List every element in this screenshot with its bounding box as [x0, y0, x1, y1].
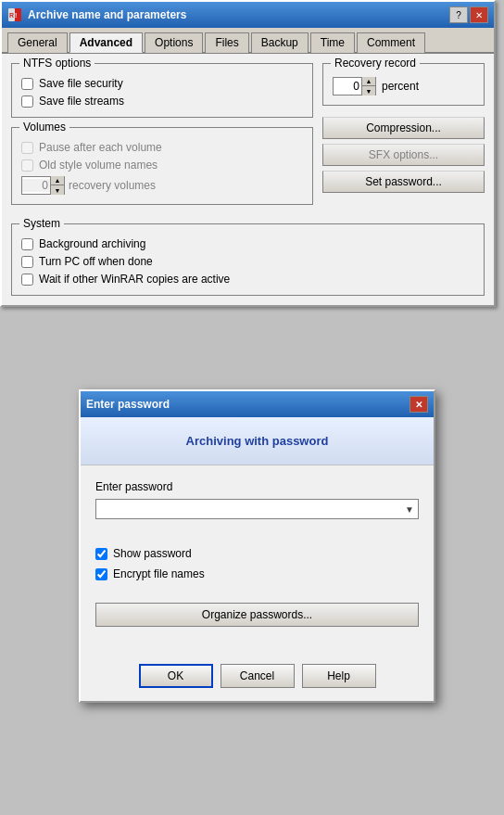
- recovery-volumes-spin-buttons: ▲ ▼: [50, 176, 64, 195]
- tab-comment[interactable]: Comment: [357, 32, 425, 53]
- dropdown-arrow-icon[interactable]: ▼: [405, 504, 414, 515]
- background-archiving-label: Background archiving: [39, 237, 145, 250]
- password-dialog: Enter password ✕ Archiving with password…: [79, 389, 435, 703]
- recovery-record-spin-buttons: ▲ ▼: [361, 77, 375, 96]
- tab-files[interactable]: Files: [205, 32, 248, 53]
- encrypt-file-names-row: Encrypt file names: [95, 567, 419, 580]
- organize-passwords-button[interactable]: Organize passwords...: [95, 603, 419, 627]
- compression-button[interactable]: Compression...: [322, 117, 485, 139]
- tab-time[interactable]: Time: [310, 32, 355, 53]
- tab-content: NTFS options Save file security Save fil…: [2, 54, 494, 305]
- svg-text:R: R: [9, 12, 14, 19]
- dialog-header: Archiving with password: [81, 417, 434, 465]
- recovery-record-label: Recovery record: [331, 57, 420, 70]
- password-input-row: ▼: [95, 499, 419, 519]
- recovery-record-spin-up[interactable]: ▲: [362, 77, 375, 86]
- encrypt-file-names-label: Encrypt file names: [113, 567, 205, 580]
- wait-if-other-label: Wait if other WinRAR copies are active: [39, 273, 230, 286]
- pause-after-volume-label: Pause after each volume: [39, 141, 162, 154]
- main-title-bar: R ! Archive name and parameters ? ✕: [2, 2, 494, 28]
- volumes-group-label: Volumes: [19, 121, 69, 134]
- recovery-record-spinner: 0 ▲ ▼: [333, 77, 376, 96]
- turn-pc-off-row: Turn PC off when done: [21, 255, 474, 268]
- help-dialog-button[interactable]: Help: [302, 664, 376, 688]
- spacer: [95, 519, 419, 547]
- save-file-security-row: Save file security: [21, 77, 303, 90]
- system-group: System Background archiving Turn PC off …: [11, 223, 485, 296]
- save-file-streams-label: Save file streams: [39, 95, 124, 108]
- show-password-checkbox[interactable]: [95, 548, 107, 560]
- tab-options[interactable]: Options: [145, 32, 203, 53]
- recovery-volumes-spin-up[interactable]: ▲: [51, 176, 64, 185]
- top-section: NTFS options Save file security Save fil…: [11, 63, 485, 214]
- dialog-body: Enter password ▼ Show password Encrypt f…: [81, 465, 434, 656]
- save-file-security-label: Save file security: [39, 77, 123, 90]
- recovery-record-group: Recovery record 0 ▲ ▼ percent: [322, 63, 485, 106]
- turn-pc-off-label: Turn PC off when done: [39, 255, 153, 268]
- wait-if-other-checkbox[interactable]: [21, 274, 33, 286]
- recovery-volumes-spinner: ▲ ▼: [21, 176, 65, 195]
- pause-after-volume-checkbox[interactable]: [21, 142, 33, 154]
- pause-after-volume-row: Pause after each volume: [21, 141, 303, 154]
- recovery-volumes-input[interactable]: [22, 179, 50, 192]
- help-button[interactable]: ?: [449, 6, 468, 23]
- rar-icon: R !: [7, 7, 22, 22]
- save-file-streams-row: Save file streams: [21, 95, 303, 108]
- recovery-volumes-row: ▲ ▼ recovery volumes: [21, 176, 303, 195]
- recovery-record-unit: percent: [382, 80, 419, 93]
- turn-pc-off-checkbox[interactable]: [21, 256, 33, 268]
- main-window: R ! Archive name and parameters ? ✕ Gene…: [0, 0, 496, 307]
- show-password-label: Show password: [113, 547, 192, 560]
- system-group-label: System: [19, 217, 64, 230]
- recovery-spinner-row: 0 ▲ ▼ percent: [333, 77, 474, 96]
- recovery-record-spin-down[interactable]: ▼: [362, 86, 375, 96]
- background-archiving-row: Background archiving: [21, 237, 474, 250]
- dialog-footer: OK Cancel Help: [81, 656, 434, 701]
- background-archiving-checkbox[interactable]: [21, 238, 33, 250]
- ntfs-group-label: NTFS options: [19, 57, 94, 70]
- title-bar-left: R ! Archive name and parameters: [7, 7, 186, 22]
- right-column: Recovery record 0 ▲ ▼ percent Compres: [322, 63, 485, 214]
- dialog-close-button[interactable]: ✕: [410, 396, 428, 413]
- ntfs-group: NTFS options Save file security Save fil…: [11, 63, 313, 118]
- password-input[interactable]: [100, 503, 405, 516]
- old-style-names-label: Old style volume names: [39, 159, 158, 172]
- dialog-title: Enter password: [86, 398, 170, 411]
- tab-backup[interactable]: Backup: [251, 32, 309, 53]
- old-style-names-row: Old style volume names: [21, 159, 303, 172]
- left-column: NTFS options Save file security Save fil…: [11, 63, 313, 214]
- recovery-record-input[interactable]: 0: [334, 80, 361, 93]
- enter-password-label: Enter password: [95, 480, 419, 493]
- cancel-button[interactable]: Cancel: [220, 664, 295, 688]
- title-buttons: ? ✕: [449, 6, 488, 23]
- main-title: Archive name and parameters: [28, 8, 186, 21]
- tab-general[interactable]: General: [7, 32, 68, 53]
- save-file-streams-checkbox[interactable]: [21, 96, 33, 108]
- show-password-row: Show password: [95, 547, 419, 560]
- old-style-names-checkbox[interactable]: [21, 159, 33, 172]
- sfx-options-button[interactable]: SFX options...: [322, 144, 485, 166]
- volumes-group: Volumes Pause after each volume Old styl…: [11, 127, 313, 205]
- tab-advanced[interactable]: Advanced: [69, 32, 143, 53]
- tab-bar: General Advanced Options Files Backup Ti…: [2, 28, 494, 54]
- dialog-header-text: Archiving with password: [186, 434, 329, 448]
- set-password-button[interactable]: Set password...: [322, 171, 485, 193]
- encrypt-file-names-checkbox[interactable]: [95, 568, 107, 580]
- svg-text:!: !: [15, 12, 17, 19]
- window-close-button[interactable]: ✕: [470, 6, 488, 23]
- wait-if-other-row: Wait if other WinRAR copies are active: [21, 273, 474, 286]
- save-file-security-checkbox[interactable]: [21, 78, 33, 90]
- recovery-volumes-spin-down[interactable]: ▼: [51, 185, 64, 195]
- ok-button[interactable]: OK: [139, 664, 213, 688]
- dialog-title-bar: Enter password ✕: [81, 391, 434, 417]
- recovery-volumes-label: recovery volumes: [69, 179, 156, 192]
